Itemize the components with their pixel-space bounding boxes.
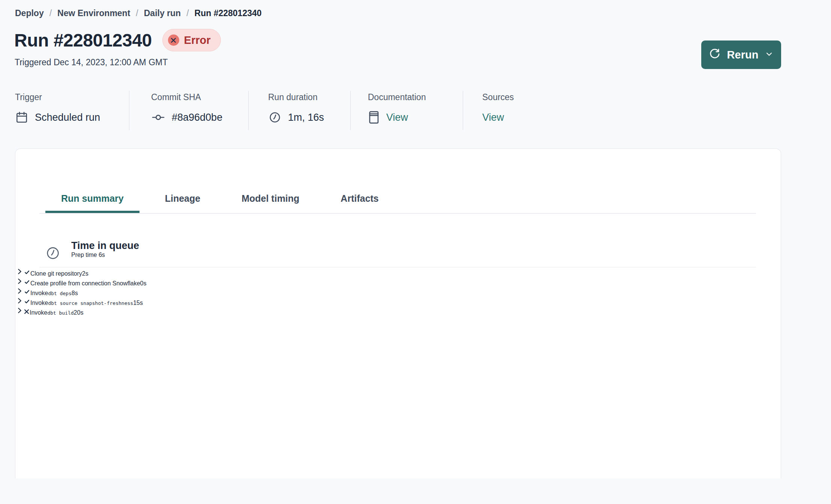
breadcrumb-item[interactable]: Deploy bbox=[15, 8, 44, 18]
tab-lineage[interactable]: Lineage bbox=[149, 193, 216, 213]
view-link[interactable]: View bbox=[386, 112, 408, 123]
view-link[interactable]: View bbox=[482, 112, 504, 123]
queue-title: Time in queue bbox=[71, 240, 139, 252]
chevron-right-icon[interactable] bbox=[15, 300, 24, 306]
meta-value: 1m, 16s bbox=[268, 109, 350, 126]
chevron-right-icon[interactable] bbox=[15, 290, 24, 296]
meta-value: View bbox=[368, 109, 463, 126]
step-title: Invoke bbox=[30, 309, 47, 316]
run-meta-row: TriggerScheduled runCommit SHA#8a96d0beR… bbox=[15, 91, 831, 130]
chevron-right-icon[interactable] bbox=[15, 309, 24, 316]
meta-column: Run duration1m, 16s bbox=[249, 91, 351, 130]
tab-bar: Run summaryLineageModel timingArtifacts bbox=[39, 193, 756, 214]
clock-icon bbox=[268, 111, 282, 124]
chevron-right-icon[interactable] bbox=[15, 280, 24, 286]
breadcrumb-item[interactable]: Run #228012340 bbox=[195, 8, 262, 18]
meta-column: SourcesView bbox=[463, 91, 568, 130]
check-circle-icon bbox=[24, 270, 30, 277]
step-title: Invoke bbox=[30, 290, 48, 296]
breadcrumb-item[interactable]: Daily run bbox=[144, 8, 181, 18]
step-command-badge: dbt deps bbox=[48, 291, 72, 296]
meta-label: Run duration bbox=[268, 92, 350, 102]
meta-column: DocumentationView bbox=[351, 91, 463, 130]
calendar-icon bbox=[15, 111, 28, 124]
meta-value: Scheduled run bbox=[15, 109, 129, 126]
x-circle-icon bbox=[24, 309, 30, 316]
meta-column: Commit SHA#8a96d0be bbox=[129, 91, 249, 130]
meta-text: #8a96d0be bbox=[172, 112, 222, 123]
chevron-right-icon[interactable] bbox=[15, 270, 24, 277]
step-duration: 15s bbox=[133, 300, 143, 306]
step-command-badge: dbt source snapshot-freshness bbox=[48, 300, 133, 306]
tab-artifacts[interactable]: Artifacts bbox=[325, 193, 394, 213]
meta-text: Scheduled run bbox=[35, 112, 100, 123]
breadcrumb-separator: / bbox=[186, 8, 189, 18]
check-circle-icon bbox=[24, 290, 30, 296]
meta-label: Commit SHA bbox=[151, 92, 248, 102]
step-duration: 2s bbox=[82, 270, 88, 277]
rerun-button-label: Rerun bbox=[727, 49, 759, 61]
step-duration: 20s bbox=[74, 309, 84, 316]
x-circle-icon bbox=[168, 34, 179, 46]
clock-icon bbox=[45, 245, 61, 261]
check-circle-icon bbox=[24, 280, 30, 286]
step-list: Clone git repository2sCreate profile fro… bbox=[15, 267, 781, 316]
breadcrumb-item[interactable]: New Environment bbox=[57, 8, 130, 18]
rerun-button[interactable]: Rerun bbox=[701, 40, 781, 69]
step-duration: 0s bbox=[140, 280, 147, 286]
breadcrumb-separator: / bbox=[50, 8, 52, 18]
meta-value: #8a96d0be bbox=[151, 109, 248, 126]
page-title: Run #228012340 bbox=[14, 30, 152, 51]
step-row[interactable]: Create profile from connection Snowflake… bbox=[15, 277, 781, 287]
breadcrumb: Deploy/New Environment/Daily run/Run #22… bbox=[0, 0, 831, 18]
prep-time-link[interactable]: Prep time 6s bbox=[71, 252, 105, 258]
status-badge: Error bbox=[162, 29, 221, 51]
meta-label: Documentation bbox=[368, 92, 463, 102]
check-circle-icon bbox=[24, 300, 30, 306]
step-row[interactable]: Clone git repository2s bbox=[15, 267, 781, 277]
meta-label: Sources bbox=[482, 92, 568, 102]
rotate-icon bbox=[709, 48, 721, 62]
step-title: Invoke bbox=[30, 300, 48, 306]
status-badge-label: Error bbox=[184, 34, 211, 46]
step-row[interactable]: Invokedbt deps8s bbox=[15, 287, 781, 297]
step-command-badge: dbt build bbox=[47, 310, 74, 316]
meta-label: Trigger bbox=[15, 92, 129, 102]
meta-text: 1m, 16s bbox=[288, 112, 324, 123]
run-detail-card: Run summaryLineageModel timingArtifacts … bbox=[15, 148, 781, 478]
breadcrumb-separator: / bbox=[136, 8, 138, 18]
step-row[interactable]: Invokedbt build20s bbox=[15, 306, 781, 316]
step-title: Clone git repository bbox=[30, 270, 82, 277]
meta-column: TriggerScheduled run bbox=[15, 91, 129, 130]
meta-value: View bbox=[482, 109, 568, 126]
tab-model-timing[interactable]: Model timing bbox=[226, 193, 315, 213]
step-row[interactable]: Invokedbt source snapshot-freshness15s bbox=[15, 297, 781, 306]
commit-icon bbox=[151, 110, 165, 124]
step-title: Create profile from connection Snowflake bbox=[30, 280, 140, 286]
tab-run-summary[interactable]: Run summary bbox=[45, 193, 140, 213]
book-icon bbox=[368, 110, 380, 124]
step-duration: 8s bbox=[72, 290, 78, 296]
chevron-down-icon bbox=[765, 49, 774, 61]
time-in-queue-block: Time in queue Prep time 6s bbox=[39, 214, 756, 267]
